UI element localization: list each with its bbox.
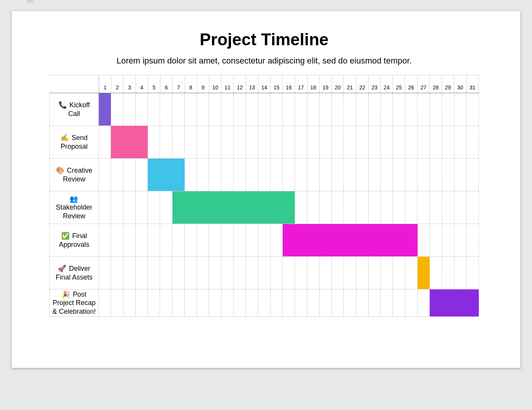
gantt-task-label: 🚀 Deliver Final Assets — [49, 257, 99, 289]
gantt-grid-cell — [295, 159, 307, 191]
task-icon: ✍️ — [60, 134, 69, 141]
gantt-task-label: 📞 Kickoff Call — [49, 93, 99, 126]
gantt-grid-cell — [381, 289, 393, 316]
gantt-grid-cell — [381, 126, 393, 158]
gantt-grid-cell — [111, 159, 123, 191]
gantt-grid-cell — [234, 289, 246, 316]
gantt-grid-cell — [99, 191, 111, 224]
gantt-grid-cell — [271, 224, 283, 256]
gantt-grid-cell — [467, 191, 479, 224]
gantt-grid-cell — [124, 289, 136, 316]
gantt-grid-cell — [271, 93, 283, 126]
gantt-bar[interactable] — [148, 159, 185, 191]
gantt-grid-cell — [307, 191, 320, 224]
gantt-grid-cell — [332, 126, 344, 158]
gantt-header-row: 1234567891011121314151617181920212223242… — [49, 75, 479, 93]
gantt-grid-cell — [197, 224, 209, 256]
gantt-grid-cell — [393, 93, 405, 126]
gantt-grid-cell — [148, 126, 160, 158]
gantt-grid-cell — [209, 126, 221, 158]
gantt-header-day: 29 — [442, 75, 454, 93]
gantt-header-day: 11 — [221, 75, 233, 93]
gantt-grid-cell — [418, 93, 430, 126]
gantt-grid-cell — [283, 289, 295, 316]
gantt-grid-cell — [124, 257, 136, 289]
gantt-grid-cell — [295, 257, 307, 289]
gantt-grid-cell — [271, 289, 283, 316]
gantt-row: 🎉 Post Project Recap & Celebration! — [49, 289, 479, 317]
gantt-grid-cell — [246, 257, 258, 289]
gantt-bar[interactable] — [111, 126, 148, 158]
gantt-grid-cell — [430, 126, 442, 158]
gantt-grid-cell — [405, 126, 418, 158]
gantt-task-label: ✍️ Send Proposal — [49, 126, 99, 158]
gantt-grid-cell — [136, 257, 148, 289]
gantt-grid-cell — [467, 224, 479, 256]
gantt-grid-cell — [295, 93, 307, 126]
gantt-grid-cell — [283, 159, 295, 191]
gantt-grid-cell — [197, 93, 209, 126]
gantt-grid-cell — [454, 191, 467, 224]
gantt-grid-cell — [295, 191, 307, 224]
gantt-grid-cell — [369, 257, 381, 289]
gantt-grid-cell — [185, 93, 197, 126]
gantt-grid-cell — [160, 224, 172, 256]
gantt-grid-cell — [344, 191, 356, 224]
gantt-bar[interactable] — [173, 191, 295, 224]
gantt-header-day: 5 — [148, 75, 160, 93]
gantt-grid-cell — [209, 257, 221, 289]
gantt-grid-cell — [405, 289, 418, 316]
task-icon: 🎉 — [62, 291, 70, 298]
gantt-bar[interactable] — [283, 224, 418, 256]
gantt-grid-cell — [136, 289, 148, 316]
gantt-grid-cell — [369, 159, 381, 191]
gantt-grid-cell — [295, 289, 307, 316]
gantt-grid-cell — [393, 191, 405, 224]
gantt-grid-cell — [430, 257, 442, 289]
gantt-grid-cell — [405, 257, 418, 289]
gantt-grid-cell — [222, 159, 234, 191]
gantt-grid-cell — [136, 93, 148, 126]
gantt-grid-cell — [332, 159, 344, 191]
gantt-grid-cell — [356, 257, 369, 289]
gantt-grid-cell — [442, 159, 454, 191]
gantt-task-label: ✅ Final Approvals — [49, 224, 99, 256]
gantt-grid-cell — [393, 257, 405, 289]
gantt-grid-cell — [442, 126, 454, 158]
gantt-row: 📞 Kickoff Call — [49, 93, 479, 126]
gantt-grid-cell — [454, 257, 467, 289]
gantt-grid-cell — [99, 224, 111, 256]
gantt-grid-cell — [209, 93, 221, 126]
gantt-grid-cell — [344, 289, 356, 316]
gantt-grid-cell — [246, 93, 258, 126]
gantt-grid-cell — [234, 159, 246, 191]
task-label-text: Kickoff Call — [68, 101, 90, 118]
gantt-grid-cell — [124, 224, 136, 256]
gantt-grid-cell — [197, 126, 209, 158]
gantt-grid-cell — [356, 159, 369, 191]
gantt-grid-cell — [283, 93, 295, 126]
gantt-grid-cell — [430, 191, 442, 224]
gantt-bar[interactable] — [418, 257, 430, 289]
gantt-grid-cell — [136, 224, 148, 256]
gantt-header-day: 13 — [246, 75, 258, 93]
gantt-grid-cell — [209, 159, 221, 191]
task-icon: 📞 — [59, 101, 67, 109]
gantt-grid-cell — [454, 159, 467, 191]
task-icon: 🎨 — [56, 167, 64, 174]
gantt-grid-cell — [430, 159, 442, 191]
gantt-grid-cell — [258, 93, 270, 126]
gantt-grid-cell — [185, 257, 197, 289]
gantt-bar[interactable] — [430, 289, 479, 316]
gantt-grid-cell — [197, 159, 209, 191]
gantt-grid-cell — [99, 126, 111, 158]
task-icon: 🚀 — [58, 265, 66, 272]
gantt-bar[interactable] — [99, 93, 111, 126]
gantt-grid-cell — [222, 224, 234, 256]
gantt-grid-cell — [332, 257, 344, 289]
gantt-grid-cell — [111, 224, 123, 256]
gantt-grid-cell — [320, 159, 332, 191]
gantt-grid-cell — [307, 93, 320, 126]
gantt-row: 🎨 Creative Review — [49, 159, 479, 191]
gantt-grid-cell — [222, 257, 234, 289]
